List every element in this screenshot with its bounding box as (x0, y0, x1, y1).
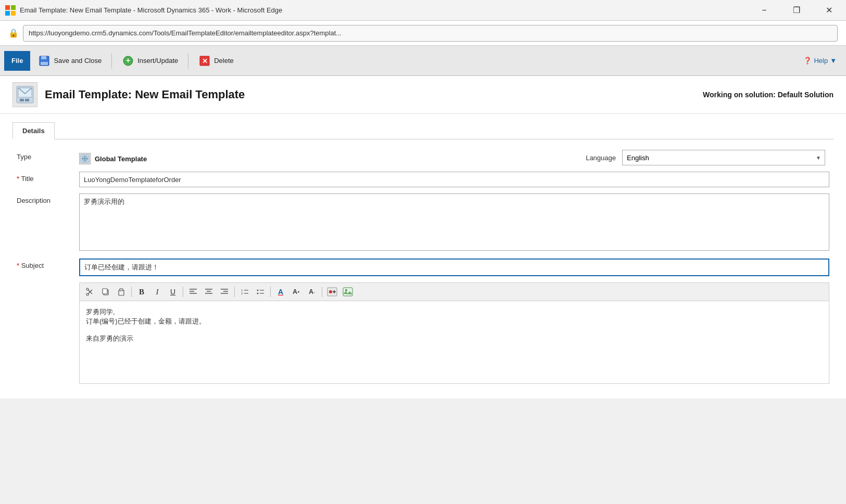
description-input[interactable]: 罗勇演示用的 (79, 193, 829, 251)
svg-point-17 (86, 293, 89, 295)
unordered-list-button[interactable] (253, 285, 268, 299)
subject-row: Subject (17, 259, 829, 276)
type-language-container: Global Template Language English Chinese… (79, 150, 829, 165)
align-center-button[interactable] (201, 285, 216, 299)
close-button[interactable]: ✕ (817, 3, 841, 18)
toolbar-separator-1 (111, 53, 112, 69)
svg-text:+: + (126, 56, 130, 64)
delete-button[interactable]: ✕ Delete (193, 51, 239, 71)
email-body-editor[interactable]: 罗勇同学, 订单(编号)已经于创建，金额，请跟进。 来自罗勇的演示 (79, 301, 829, 384)
help-button[interactable]: ❓ Help ▼ (798, 55, 842, 67)
title-value (79, 172, 829, 187)
type-icon (79, 153, 91, 164)
subject-input[interactable] (79, 259, 829, 276)
form-section: Type Global Template Language (12, 150, 834, 384)
svg-rect-19 (103, 289, 107, 294)
bold-button[interactable]: B (134, 285, 149, 299)
svg-rect-9 (20, 99, 24, 101)
insert-image-button[interactable] (340, 285, 355, 299)
insert-icon: + (122, 55, 134, 67)
windows-logo (5, 5, 16, 16)
svg-point-44 (345, 289, 347, 291)
body-line2: 订单(编号)已经于创建，金额，请跟进。 (86, 317, 823, 326)
svg-rect-10 (25, 99, 29, 101)
description-label: Description (17, 193, 79, 204)
main-content: Details Type Global Template (0, 114, 846, 398)
italic-button[interactable]: I (150, 285, 165, 299)
browser-titlebar: Email Template: New Email Template - Mic… (0, 0, 846, 21)
align-left-button[interactable] (186, 285, 200, 299)
align-right-button[interactable] (217, 285, 232, 299)
tab-details[interactable]: Details (12, 122, 55, 139)
page-header: Email Template: New Email Template Worki… (0, 76, 846, 114)
editor-row: B I U (17, 282, 829, 384)
description-row: Description 罗勇演示用的 (17, 193, 829, 252)
insert-field-button[interactable] (325, 285, 339, 299)
editor-separator-4 (270, 287, 271, 297)
description-value: 罗勇演示用的 (79, 193, 829, 252)
title-input[interactable] (79, 172, 829, 187)
minimize-button[interactable]: − (752, 3, 776, 18)
editor-container: B I U (79, 282, 829, 384)
ordered-list-button[interactable]: 1.2. (237, 285, 252, 299)
toolbar-separator-2 (188, 53, 188, 69)
svg-point-40 (329, 290, 332, 293)
svg-point-35 (257, 290, 259, 291)
lock-icon: 🔒 (8, 28, 19, 38)
type-label: Type (17, 150, 79, 161)
svg-rect-2 (41, 62, 48, 65)
delete-label: Delete (214, 57, 234, 64)
svg-rect-21 (120, 289, 123, 291)
page-icon (12, 82, 37, 107)
editor-toolbar: B I U (79, 282, 829, 301)
subject-value (79, 259, 829, 276)
svg-rect-1 (41, 56, 46, 59)
browser-window-controls: − ❐ ✕ (752, 3, 841, 18)
underline-button[interactable]: U (166, 285, 180, 299)
save-icon (38, 55, 50, 67)
body-line3: 来自罗勇的演示 (86, 334, 823, 343)
language-label: Language (586, 154, 616, 162)
font-color-button[interactable]: A (273, 285, 288, 299)
editor-label-spacer (17, 282, 79, 286)
insert-update-label: Insert/Update (137, 57, 178, 64)
body-line1: 罗勇同学, (86, 307, 823, 317)
page-title: Email Template: New Email Template (45, 88, 245, 101)
app-toolbar: File Save and Close + Insert/Update ✕ (0, 46, 846, 76)
address-bar: 🔒 https://luoyongdemo.crm5.dynamics.com/… (0, 21, 846, 46)
page-header-left: Email Template: New Email Template (12, 82, 245, 107)
font-size-decrease-button[interactable]: A- (305, 285, 319, 299)
editor-separator-3 (234, 287, 235, 297)
delete-icon: ✕ (198, 55, 211, 67)
tabs-bar: Details (12, 122, 834, 139)
editor-separator-5 (322, 287, 322, 297)
insert-update-button[interactable]: + Insert/Update (116, 51, 184, 71)
type-value: Global Template (79, 151, 147, 164)
subject-label: Subject (17, 259, 79, 269)
title-row: Title (17, 172, 829, 187)
help-icon: ❓ (803, 57, 812, 64)
restore-button[interactable]: ❐ (785, 3, 809, 18)
copy-button[interactable] (98, 285, 113, 299)
browser-title: Email Template: New Email Template - Mic… (20, 6, 752, 14)
language-select-wrapper: English Chinese (Simplified) Japanese Fr… (622, 150, 825, 165)
help-label: Help (814, 57, 828, 64)
file-button[interactable]: File (4, 51, 30, 71)
language-select[interactable]: English Chinese (Simplified) Japanese Fr… (622, 150, 825, 165)
font-size-increase-button[interactable]: A+ (289, 285, 304, 299)
editor-separator-1 (131, 287, 132, 297)
svg-rect-43 (343, 288, 352, 296)
save-and-close-button[interactable]: Save and Close (32, 51, 107, 71)
title-label: Title (17, 172, 79, 183)
type-text: Global Template (95, 155, 147, 163)
svg-point-37 (257, 293, 259, 294)
paste-button[interactable] (114, 285, 129, 299)
svg-text:2.: 2. (241, 292, 244, 295)
url-input[interactable]: https://luoyongdemo.crm5.dynamics.com/To… (23, 25, 838, 42)
svg-text:✕: ✕ (202, 57, 208, 65)
solution-label: Working on solution: Default Solution (703, 91, 834, 99)
cut-button[interactable] (83, 285, 97, 299)
language-row: Language English Chinese (Simplified) Ja… (586, 150, 829, 165)
type-language-row: Type Global Template Language (17, 150, 829, 165)
svg-point-16 (86, 288, 89, 290)
